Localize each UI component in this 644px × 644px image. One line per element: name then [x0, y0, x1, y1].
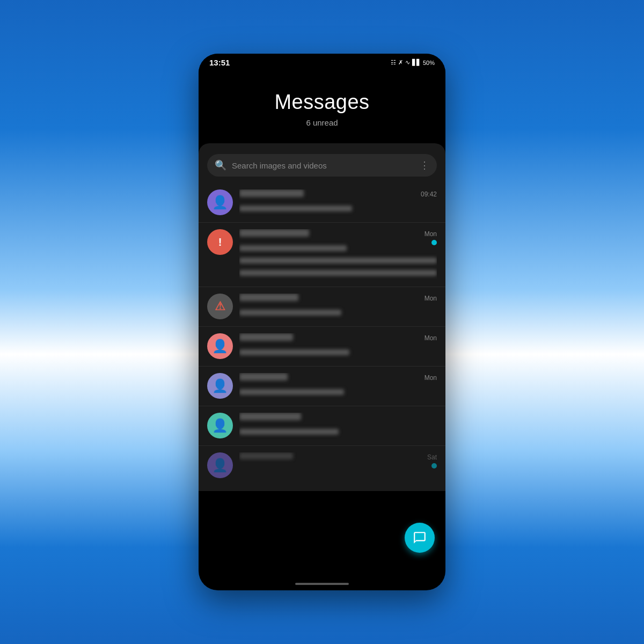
- wifi-icon: ∿: [405, 59, 410, 66]
- app-title: Messages: [209, 91, 435, 114]
- message-time: Sat: [427, 453, 437, 461]
- scroll-indicator: [295, 583, 349, 585]
- message-sender: [239, 413, 301, 420]
- signal-icon: ▋▋: [412, 59, 421, 66]
- phone-frame: 13:51 ☷ ✗ ∿ ▋▋ 50% Messages 6 unread 🔍 S…: [199, 54, 445, 590]
- message-item[interactable]: 👤 Mon: [199, 327, 445, 367]
- person-icon: 👤: [212, 339, 228, 354]
- message-meta: Mon: [425, 230, 437, 245]
- message-item[interactable]: 👤: [199, 406, 445, 446]
- avatar: 👤: [207, 413, 233, 438]
- header-area: Messages 6 unread: [199, 69, 445, 143]
- message-content: [239, 294, 437, 320]
- compose-fab[interactable]: [405, 523, 435, 553]
- message-content: [239, 229, 437, 280]
- person-icon: 👤: [212, 195, 228, 210]
- message-time: 09:42: [421, 191, 437, 198]
- message-content: [239, 413, 437, 439]
- message-item[interactable]: 👤 Sat: [199, 446, 445, 485]
- message-time: Mon: [425, 230, 437, 238]
- message-item[interactable]: ⚠ Mon: [199, 287, 445, 327]
- message-sender: [239, 333, 293, 341]
- message-meta: Mon: [425, 295, 437, 302]
- message-time: Mon: [425, 334, 437, 342]
- message-sender: [239, 373, 288, 380]
- unread-indicator: [431, 463, 437, 469]
- message-preview-line1: [239, 245, 347, 251]
- message-item[interactable]: 👤 Mon: [199, 367, 445, 406]
- message-meta: Mon: [425, 374, 437, 382]
- avatar: 👤: [207, 189, 233, 215]
- warning-icon: ⚠: [215, 299, 225, 313]
- unread-count: 6 unread: [209, 118, 435, 127]
- message-item[interactable]: ! Mon: [199, 223, 445, 287]
- bluetooth-icon: ✗: [398, 59, 403, 66]
- person-icon: 👤: [212, 458, 228, 473]
- message-preview-line1: [239, 429, 339, 435]
- content-area: 🔍 Search images and videos ⋮ 👤 09:42: [199, 143, 445, 491]
- message-preview-line1: [239, 349, 349, 355]
- message-item[interactable]: 👤 09:42: [199, 183, 445, 223]
- message-time: Mon: [425, 295, 437, 302]
- person-icon: 👤: [212, 378, 228, 393]
- message-sender: [239, 452, 293, 459]
- warning-icon: !: [218, 236, 222, 248]
- message-content: [239, 333, 437, 360]
- message-meta: Mon: [425, 334, 437, 342]
- message-preview-line2: [239, 258, 437, 264]
- message-content: [239, 373, 437, 399]
- compose-icon: [413, 531, 427, 545]
- status-icons: ☷ ✗ ∿ ▋▋ 50%: [391, 59, 435, 66]
- avatar: 👤: [207, 333, 233, 359]
- message-preview-line3: [239, 270, 437, 276]
- message-content: [239, 189, 437, 216]
- message-sender: [239, 189, 304, 197]
- status-bar: 13:51 ☷ ✗ ∿ ▋▋ 50%: [199, 54, 445, 69]
- person-icon: 👤: [212, 418, 228, 433]
- message-preview-line1: [239, 310, 341, 316]
- avatar: 👤: [207, 452, 233, 478]
- message-preview-line1: [239, 206, 352, 211]
- notification-icon: ☷: [391, 59, 396, 66]
- message-preview-line1: [239, 389, 344, 395]
- search-bar[interactable]: 🔍 Search images and videos ⋮: [207, 154, 437, 177]
- avatar: !: [207, 229, 233, 255]
- message-content: [239, 452, 437, 465]
- message-meta: Sat: [427, 453, 437, 469]
- message-sender: [239, 294, 298, 301]
- message-meta: 09:42: [421, 191, 437, 198]
- battery-status: 50%: [423, 60, 435, 66]
- message-list: 👤 09:42 !: [199, 183, 445, 485]
- unread-indicator: [431, 240, 437, 245]
- message-sender: [239, 229, 309, 237]
- avatar: ⚠: [207, 294, 233, 319]
- search-placeholder: Search images and videos: [232, 161, 414, 170]
- more-options-icon[interactable]: ⋮: [420, 159, 429, 171]
- avatar: 👤: [207, 373, 233, 399]
- status-time: 13:51: [209, 58, 230, 67]
- message-time: Mon: [425, 374, 437, 382]
- search-icon: 🔍: [215, 159, 226, 171]
